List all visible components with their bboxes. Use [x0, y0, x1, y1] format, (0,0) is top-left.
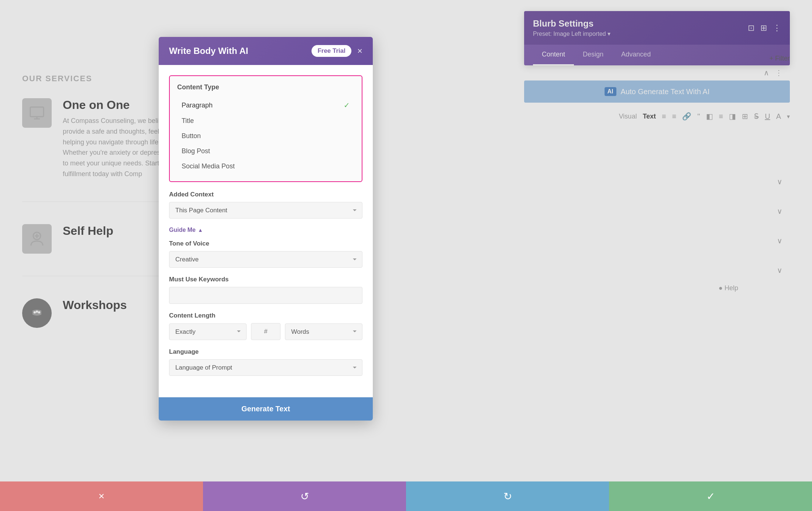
content-length-exactly-select[interactable]: Exactly [169, 323, 247, 340]
write-body-ai-modal: Write Body With AI Free Trial × Content … [159, 37, 373, 421]
keywords-section: Must Use Keywords [169, 276, 362, 304]
content-length-words-select[interactable]: Words [285, 323, 362, 340]
modal-header: Write Body With AI Free Trial × [159, 37, 373, 65]
content-type-title-label: Title [182, 117, 194, 125]
language-section: Language Language of Prompt [169, 348, 362, 376]
content-type-paragraph-label: Paragraph [182, 102, 213, 109]
redo-button[interactable]: ↻ [406, 481, 609, 511]
modal-header-right: Free Trial × [312, 45, 362, 57]
bottom-action-bar: × ↺ ↻ ✓ [0, 481, 812, 511]
content-type-list: Paragraph ✓ Title Button Blog Post Socia… [177, 97, 354, 174]
modal-close-button[interactable]: × [357, 46, 362, 56]
keywords-input[interactable] [169, 287, 362, 304]
content-type-social-media[interactable]: Social Media Post [177, 159, 354, 174]
content-length-section: Content Length Exactly Words [169, 312, 362, 340]
modal-body: Content Type Paragraph ✓ Title Button Bl… [159, 65, 373, 394]
content-length-label: Content Length [169, 312, 362, 319]
content-type-blog-post[interactable]: Blog Post [177, 144, 354, 159]
check-icon-paragraph: ✓ [344, 101, 350, 110]
added-context-label: Added Context [169, 191, 362, 198]
content-length-number-input[interactable] [251, 323, 281, 340]
undo-button[interactable]: ↺ [203, 481, 406, 511]
guide-me-link[interactable]: Guide Me ▲ [169, 227, 203, 233]
modal-overlay [0, 0, 812, 511]
content-type-button[interactable]: Button [177, 128, 354, 144]
guide-me-label: Guide Me [169, 227, 196, 233]
guide-me-arrow-icon: ▲ [198, 227, 203, 233]
content-type-section: Content Type Paragraph ✓ Title Button Bl… [169, 75, 362, 182]
confirm-button[interactable]: ✓ [609, 481, 812, 511]
tone-of-voice-section: Tone of Voice Creative [169, 240, 362, 268]
content-type-social-media-label: Social Media Post [182, 162, 235, 170]
generate-text-button[interactable]: Generate Text [159, 397, 373, 421]
tone-of-voice-label: Tone of Voice [169, 240, 362, 247]
added-context-section: Added Context This Page Content [169, 191, 362, 219]
language-select[interactable]: Language of Prompt [169, 359, 362, 376]
keywords-label: Must Use Keywords [169, 276, 362, 283]
cancel-button[interactable]: × [0, 481, 203, 511]
content-type-button-label: Button [182, 132, 201, 140]
modal-title: Write Body With AI [169, 46, 248, 56]
content-length-row: Exactly Words [169, 323, 362, 340]
language-label: Language [169, 348, 362, 356]
tone-of-voice-select[interactable]: Creative [169, 251, 362, 268]
free-trial-badge: Free Trial [312, 45, 351, 57]
added-context-select[interactable]: This Page Content [169, 202, 362, 219]
content-type-label: Content Type [177, 83, 354, 91]
content-type-blog-post-label: Blog Post [182, 147, 210, 155]
content-type-paragraph[interactable]: Paragraph ✓ [177, 97, 354, 113]
content-type-title[interactable]: Title [177, 113, 354, 128]
